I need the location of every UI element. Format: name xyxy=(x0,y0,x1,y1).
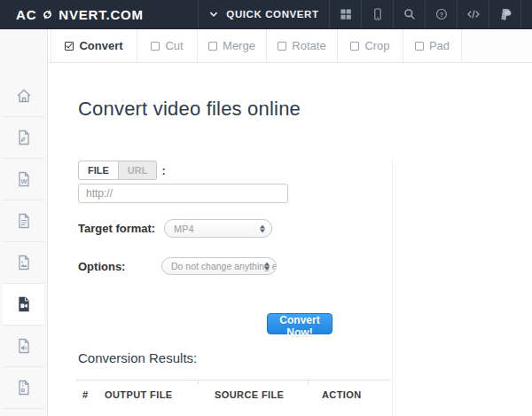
svg-text:W: W xyxy=(20,177,27,185)
pdf-file-icon xyxy=(15,129,33,146)
target-format-select[interactable]: MP4 xyxy=(164,219,272,238)
operation-tabbar: Convert Cut Merge Rotate Crop Pad xyxy=(48,29,532,63)
logo-text-prefix: AC xyxy=(16,7,36,22)
sidebar-item-archive[interactable] xyxy=(3,367,44,409)
checkbox-checked-icon xyxy=(65,42,74,51)
options-label: Options: xyxy=(78,260,161,273)
embed-code-button[interactable] xyxy=(457,0,489,28)
tab-cut[interactable]: Cut xyxy=(137,29,198,62)
tab-label: Merge xyxy=(223,39,255,52)
checkbox-empty-icon xyxy=(350,42,359,51)
site-logo[interactable]: AC NVERT.COM xyxy=(0,0,144,28)
table-column-tick xyxy=(198,380,199,384)
select-spinner-icon xyxy=(260,224,265,232)
select-spinner-icon xyxy=(264,263,270,271)
convert-arrows-icon xyxy=(41,8,54,21)
checkbox-empty-icon xyxy=(415,42,424,51)
tab-pad[interactable]: Pad xyxy=(403,29,462,62)
tab-convert[interactable]: Convert xyxy=(51,29,137,62)
paypal-icon xyxy=(498,7,512,21)
target-format-value: MP4 xyxy=(174,224,194,234)
archive-file-icon xyxy=(15,379,33,396)
logo-text-suffix: NVERT.COM xyxy=(59,7,144,22)
tab-rotate[interactable]: Rotate xyxy=(267,29,338,62)
mobile-version-button[interactable] xyxy=(361,0,393,28)
options-select[interactable]: Do not change anything else xyxy=(161,257,277,275)
file-tab-button[interactable]: FILE xyxy=(78,161,119,180)
column-header-source-file: SOURCE FILE xyxy=(215,381,322,406)
convert-now-button[interactable]: Convert Now! xyxy=(267,313,332,334)
form-panel-edge xyxy=(392,158,393,416)
sidebar-item-video[interactable] xyxy=(3,284,44,326)
mobile-device-icon xyxy=(371,7,385,21)
options-row: Options: Do not change anything else xyxy=(78,257,277,275)
results-header-row: # OUTPUT FILE SOURCE FILE ACTION xyxy=(75,381,391,406)
conversion-results-heading: Conversion Results: xyxy=(78,350,197,365)
tab-crop[interactable]: Crop xyxy=(338,29,403,62)
conversion-results-table: # OUTPUT FILE SOURCE FILE ACTION xyxy=(75,380,391,405)
filetype-sidebar: W xyxy=(0,29,48,416)
options-value: Do not change anything else xyxy=(171,261,277,271)
apps-grid-icon xyxy=(339,7,353,21)
video-file-icon xyxy=(15,295,33,313)
tabbar-filler xyxy=(462,29,532,62)
column-header-action: ACTION xyxy=(322,381,391,406)
tab-label: Crop xyxy=(364,39,389,52)
text-file-icon xyxy=(15,212,33,230)
help-icon: ? xyxy=(434,7,449,21)
navbar-actions: QUICK CONVERT ? xyxy=(198,0,532,28)
apps-grid-button[interactable] xyxy=(329,0,361,28)
tab-merge[interactable]: Merge xyxy=(198,29,267,62)
target-format-row: Target format: MP4 xyxy=(78,219,272,238)
help-button[interactable]: ? xyxy=(425,0,457,28)
table-column-tick xyxy=(308,380,309,384)
page-title: Convert video files online xyxy=(78,98,301,121)
url-input[interactable] xyxy=(78,184,288,203)
image-file-icon xyxy=(15,254,33,271)
search-button[interactable] xyxy=(393,0,425,28)
column-header-number: # xyxy=(75,381,105,406)
home-icon xyxy=(15,87,33,105)
sidebar-item-word[interactable]: W xyxy=(3,159,44,200)
tab-label: Cut xyxy=(165,39,183,52)
main-content: Convert video files online FILE URL : Ta… xyxy=(48,63,532,416)
target-format-label: Target format: xyxy=(78,222,164,235)
sidebar-item-audio[interactable] xyxy=(3,326,44,367)
sidebar-item-text[interactable] xyxy=(3,200,44,242)
word-file-icon: W xyxy=(15,170,33,188)
code-embed-icon xyxy=(466,7,481,21)
url-tab-button[interactable]: URL xyxy=(119,161,158,180)
quick-convert-menu[interactable]: QUICK CONVERT xyxy=(198,0,329,28)
tab-label: Rotate xyxy=(292,39,325,52)
navbar-spacer xyxy=(520,0,532,28)
sidebar-item-home[interactable] xyxy=(3,75,44,117)
checkbox-empty-icon xyxy=(208,42,217,51)
tab-label: Pad xyxy=(429,39,450,52)
chevron-down-icon xyxy=(208,9,219,20)
svg-text:?: ? xyxy=(439,11,442,19)
audio-file-icon xyxy=(15,337,33,355)
top-navbar: AC NVERT.COM QUICK CONVERT xyxy=(0,0,532,29)
tab-label: Convert xyxy=(79,39,122,52)
checkbox-empty-icon xyxy=(151,42,160,51)
sidebar-item-image[interactable] xyxy=(3,242,44,284)
source-type-toggle: FILE URL : xyxy=(78,161,166,180)
quick-convert-label: QUICK CONVERT xyxy=(226,9,318,20)
paypal-donate-button[interactable] xyxy=(489,0,520,28)
search-icon xyxy=(403,7,417,21)
checkbox-empty-icon xyxy=(278,42,286,51)
toggle-colon: : xyxy=(161,164,165,177)
sidebar-item-pdf[interactable] xyxy=(3,117,44,159)
